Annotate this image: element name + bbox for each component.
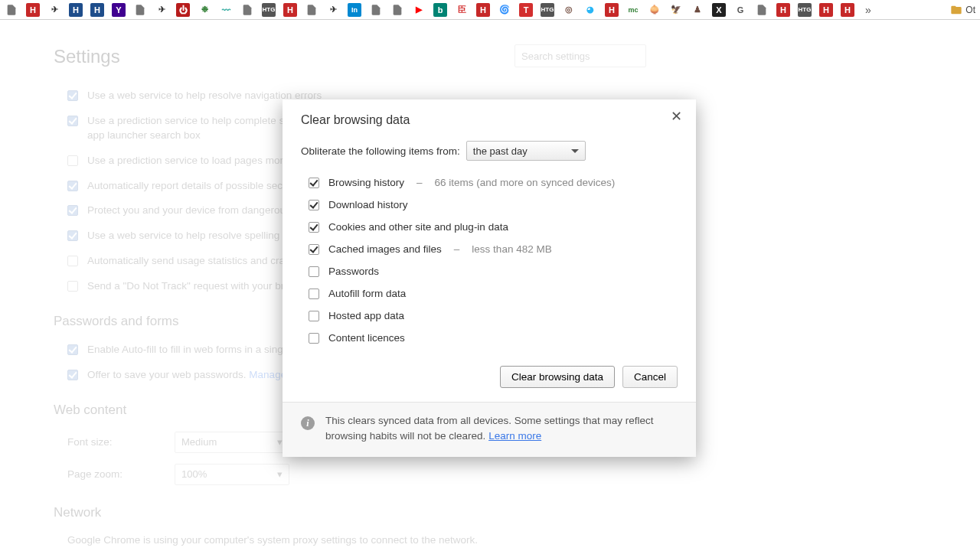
bookmark-icon[interactable]: ▶	[412, 3, 426, 17]
clear-data-item: Cookies and other site and plug-in data	[301, 216, 678, 238]
time-range-value: the past day	[473, 145, 528, 157]
bookmark-icon[interactable]: mc	[626, 3, 640, 17]
bookmark-icon[interactable]: H	[283, 3, 297, 17]
checkbox[interactable]	[309, 200, 319, 210]
checkbox[interactable]	[309, 222, 319, 233]
bookmark-icon[interactable]: ✈	[155, 3, 168, 17]
bookmark-icon[interactable]: b	[433, 3, 447, 17]
checkbox[interactable]	[309, 244, 319, 255]
item-label: Content licences	[328, 332, 405, 344]
bookmark-bar: H ✈ H H Y ✈ ⏻ ❉ 〰 HTG H ✈ In ▶ b 臣 H 🌀 T…	[0, 0, 980, 20]
time-range-select[interactable]: the past day	[466, 141, 586, 161]
bookmark-icon[interactable]	[390, 3, 404, 17]
bookmark-icon[interactable]: 🌀	[498, 3, 511, 17]
checkbox[interactable]	[309, 311, 319, 321]
bookmark-icon[interactable]: H	[819, 3, 833, 17]
item-subtext: less than 482 MB	[472, 243, 551, 255]
bookmark-icon[interactable]: HTG	[541, 3, 554, 17]
bookmark-icon[interactable]: Y	[112, 3, 126, 17]
item-label: Browsing history	[328, 177, 404, 188]
bookmark-icon[interactable]: HTG	[798, 3, 812, 17]
close-icon[interactable]: ✕	[667, 107, 685, 126]
bookmark-icon[interactable]: H	[476, 3, 490, 17]
item-label: Passwords	[328, 266, 379, 277]
bookmark-icon[interactable]: H	[605, 3, 619, 17]
bookmark-icon[interactable]: ⏻	[176, 3, 190, 17]
item-subtext: 66 items (and more on synced devices)	[435, 177, 616, 188]
bookmark-icon[interactable]: ♟	[691, 3, 704, 17]
bookmark-folder[interactable]: Ot	[950, 4, 975, 16]
bookmark-icon[interactable]: X	[712, 3, 726, 17]
bookmark-icon[interactable]: H	[26, 3, 40, 17]
bookmark-icon[interactable]: 🦅	[669, 3, 683, 17]
bookmark-icon[interactable]: G	[733, 3, 747, 17]
checkbox[interactable]	[309, 289, 319, 299]
clear-browsing-data-dialog: Clear browsing data ✕ Obliterate the fol…	[283, 99, 696, 457]
bookmark-icon[interactable]	[755, 3, 769, 17]
bookmark-icon[interactable]: H	[776, 3, 790, 17]
item-label: Hosted app data	[328, 310, 404, 321]
dialog-title: Clear browsing data	[301, 113, 678, 127]
item-label: Autofill form data	[328, 288, 406, 299]
checkbox[interactable]	[309, 333, 319, 344]
clear-data-item: Download history	[301, 194, 678, 216]
bookmark-icon[interactable]: HTG	[262, 3, 276, 17]
bookmark-icon[interactable]: T	[519, 3, 533, 17]
learn-more-link[interactable]: Learn more	[488, 430, 541, 442]
bookmark-icon[interactable]: H	[69, 3, 83, 17]
bookmark-icon[interactable]	[305, 3, 318, 17]
clear-data-item: Content licences	[301, 327, 678, 349]
info-icon: i	[301, 416, 315, 430]
bookmark-icon[interactable]	[369, 3, 383, 17]
cancel-button[interactable]: Cancel	[622, 366, 678, 388]
clear-data-item: Passwords	[301, 260, 678, 282]
obliterate-label: Obliterate the following items from:	[301, 145, 460, 157]
chevron-down-icon	[571, 149, 579, 153]
clear-browsing-data-button[interactable]: Clear browsing data	[500, 366, 615, 388]
item-label: Cached images and files	[328, 243, 442, 255]
bookmark-icon[interactable]: ◎	[562, 3, 576, 17]
bookmark-icon[interactable]: ◕	[583, 3, 597, 17]
bookmark-icon[interactable]: 🧅	[648, 3, 662, 17]
item-label: Cookies and other site and plug-in data	[328, 221, 508, 233]
bookmark-icon[interactable]: ✈	[47, 3, 61, 17]
bookmark-icon[interactable]: H	[841, 3, 854, 17]
checkbox[interactable]	[309, 266, 319, 277]
bookmark-icon[interactable]: In	[348, 3, 361, 17]
bookmark-icon[interactable]	[133, 3, 147, 17]
item-label: Download history	[328, 199, 408, 210]
bookmark-icon[interactable]: 臣	[455, 3, 469, 17]
bookmark-icon[interactable]: ❉	[198, 3, 211, 17]
clear-data-item: Hosted app data	[301, 305, 678, 327]
clear-data-item: Autofill form data	[301, 282, 678, 305]
bookmark-overflow[interactable]: »	[862, 4, 874, 16]
clear-data-item: Cached images and files–less than 482 MB	[301, 238, 678, 260]
checkbox[interactable]	[309, 178, 319, 188]
bookmark-folder-label: Ot	[965, 5, 975, 15]
bookmark-icon[interactable]: ✈	[326, 3, 340, 17]
bookmark-icon[interactable]: H	[90, 3, 104, 17]
bookmark-icon[interactable]	[240, 3, 254, 17]
dialog-footer-text: This clears synced data from all devices…	[325, 413, 678, 445]
bookmark-icon[interactable]	[5, 3, 18, 17]
bookmark-icon[interactable]: 〰	[219, 3, 233, 17]
clear-data-item: Browsing history–66 items (and more on s…	[301, 171, 678, 194]
